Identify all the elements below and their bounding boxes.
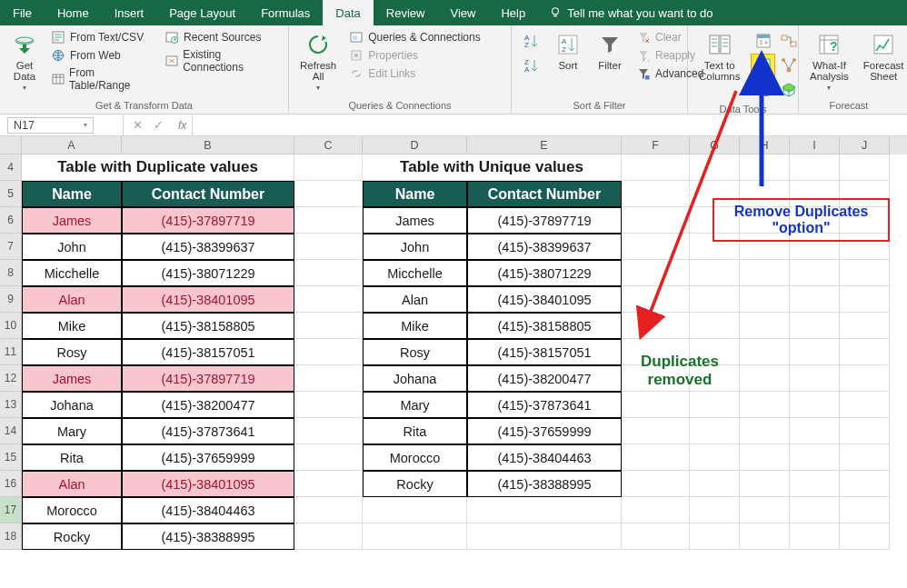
col-header-D[interactable]: D: [363, 136, 467, 154]
cell[interactable]: [840, 286, 890, 313]
cell[interactable]: [294, 313, 363, 339]
cell[interactable]: [294, 365, 363, 392]
row-header-6[interactable]: 6: [0, 207, 22, 234]
cell[interactable]: [840, 339, 890, 365]
menu-tab-file[interactable]: File: [0, 0, 45, 25]
cell[interactable]: [294, 207, 363, 234]
cell[interactable]: [622, 181, 690, 207]
cell[interactable]: (415)-38399637: [122, 234, 294, 260]
cell[interactable]: [294, 181, 363, 207]
row-header-8[interactable]: 8: [0, 260, 22, 286]
name-box[interactable]: N17 ▾: [7, 117, 94, 134]
cell[interactable]: [622, 471, 690, 497]
cell[interactable]: Johana: [22, 392, 122, 418]
cell[interactable]: [622, 313, 690, 339]
cell[interactable]: [622, 365, 690, 392]
row-header-18[interactable]: 18: [0, 523, 22, 550]
col-header-E[interactable]: E: [467, 136, 622, 154]
cell[interactable]: [740, 234, 790, 260]
cell[interactable]: (415)-38071229: [122, 260, 294, 286]
row-header-16[interactable]: 16: [0, 471, 22, 497]
cell[interactable]: Rocky: [363, 471, 467, 497]
col-header-B[interactable]: B: [122, 136, 294, 154]
cell[interactable]: [740, 444, 790, 471]
cell[interactable]: [622, 418, 690, 444]
cell[interactable]: Alan: [22, 471, 122, 497]
cell[interactable]: [840, 444, 890, 471]
cell[interactable]: [740, 286, 790, 313]
cell[interactable]: (415)-38401095: [122, 471, 294, 497]
th-name-left[interactable]: Name: [22, 181, 122, 207]
cell[interactable]: [790, 260, 840, 286]
cell[interactable]: [840, 392, 890, 418]
from-web-button[interactable]: From Web: [49, 47, 155, 64]
row-header-13[interactable]: 13: [0, 392, 22, 418]
menu-tab-page-layout[interactable]: Page Layout: [156, 0, 248, 25]
cell[interactable]: Mike: [363, 313, 467, 339]
row-header-15[interactable]: 15: [0, 444, 22, 471]
cell[interactable]: [690, 418, 740, 444]
cell[interactable]: (415)-38388995: [122, 523, 294, 550]
cell[interactable]: (415)-38404463: [467, 444, 622, 471]
cell[interactable]: [622, 207, 690, 234]
cell[interactable]: [690, 286, 740, 313]
cell[interactable]: [740, 260, 790, 286]
cell[interactable]: (415)-38401095: [467, 286, 622, 313]
fx-icon[interactable]: fx: [173, 119, 192, 132]
cell[interactable]: James: [363, 207, 467, 234]
th-name-right[interactable]: Name: [363, 181, 467, 207]
menu-tab-help[interactable]: Help: [488, 0, 538, 25]
col-header-A[interactable]: A: [22, 136, 122, 154]
manage-data-model-button[interactable]: [776, 78, 801, 102]
cell[interactable]: [790, 234, 840, 260]
cell[interactable]: Rosy: [363, 339, 467, 365]
from-text-csv-button[interactable]: From Text/CSV: [49, 29, 155, 45]
cell[interactable]: [790, 471, 840, 497]
cell[interactable]: [790, 444, 840, 471]
cell[interactable]: [294, 497, 363, 523]
cell[interactable]: [790, 497, 840, 523]
cell[interactable]: [840, 418, 890, 444]
cell[interactable]: [790, 154, 840, 181]
cell[interactable]: [790, 418, 840, 444]
recent-sources-button[interactable]: Recent Sources: [163, 29, 281, 45]
cell[interactable]: [790, 286, 840, 313]
cell[interactable]: [294, 339, 363, 365]
col-header-I[interactable]: I: [790, 136, 840, 154]
cell[interactable]: [840, 207, 890, 234]
cell[interactable]: [840, 471, 890, 497]
col-header-F[interactable]: F: [622, 136, 690, 154]
cell[interactable]: [294, 444, 363, 471]
cell[interactable]: [690, 313, 740, 339]
cell[interactable]: (415)-38399637: [467, 234, 622, 260]
cell[interactable]: [840, 313, 890, 339]
cell[interactable]: [840, 523, 890, 550]
cell[interactable]: [622, 260, 690, 286]
menu-tab-insert[interactable]: Insert: [102, 0, 157, 25]
cell[interactable]: [622, 392, 690, 418]
row-header-11[interactable]: 11: [0, 339, 22, 365]
cell[interactable]: [690, 207, 740, 234]
cell[interactable]: [840, 260, 890, 286]
cell[interactable]: [690, 471, 740, 497]
cell[interactable]: Mike: [22, 313, 122, 339]
cell[interactable]: [622, 234, 690, 260]
cell[interactable]: [622, 154, 690, 181]
title-left[interactable]: Table with Duplicate values: [22, 154, 294, 181]
cell[interactable]: (415)-38157051: [467, 339, 622, 365]
cell[interactable]: [294, 523, 363, 550]
sort-button[interactable]: AZ Sort: [551, 29, 585, 73]
cell[interactable]: [294, 154, 363, 181]
cell[interactable]: (415)-37873641: [467, 392, 622, 418]
cell[interactable]: [790, 181, 840, 207]
cell[interactable]: Mary: [22, 418, 122, 444]
existing-connections-button[interactable]: Existing Connections: [163, 47, 281, 75]
cell[interactable]: [690, 444, 740, 471]
select-all-corner[interactable]: [0, 136, 22, 154]
th-contact-right[interactable]: Contact Number: [467, 181, 622, 207]
cell[interactable]: [840, 181, 890, 207]
sort-asc-button[interactable]: AZ: [519, 29, 543, 53]
cell[interactable]: [740, 339, 790, 365]
cell[interactable]: [690, 154, 740, 181]
cell[interactable]: [840, 154, 890, 181]
